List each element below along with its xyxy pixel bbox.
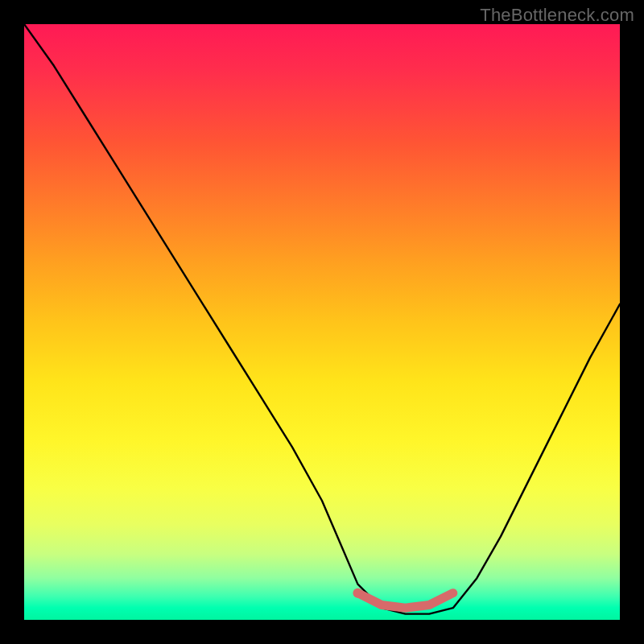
curve-svg [24, 24, 620, 620]
plot-area [24, 24, 620, 620]
optimal-range-marker [357, 593, 452, 609]
chart-frame: TheBottleneck.com [0, 0, 644, 644]
watermark-text: TheBottleneck.com [480, 5, 634, 26]
bottleneck-curve [24, 24, 620, 614]
